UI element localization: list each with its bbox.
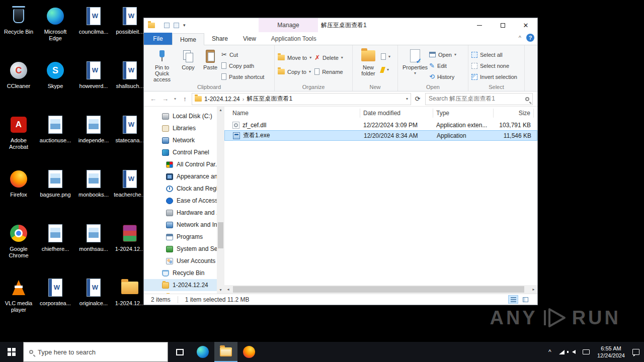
nav-item-user-accounts[interactable]: User Accounts [144,255,224,267]
taskbar-edge-button[interactable] [191,342,214,362]
invert-selection-button[interactable]: Invert selection [471,72,517,81]
edit-button[interactable]: ✎Edit [429,61,456,70]
nav-item-network[interactable]: Network [144,134,224,146]
scroll-left-icon[interactable]: ◂ [224,287,232,292]
title-bar[interactable]: ▾ Manage 解压至桌面查看1 ✕ [144,18,537,32]
desktop-icon-skype[interactable]: Skype [37,59,73,112]
desktop-icon-edge[interactable]: Microsoft Edge [37,5,73,57]
cut-button[interactable]: ✂Cut [221,50,264,59]
history-button[interactable]: ⟲History [429,72,456,81]
breadcrumb-parent[interactable]: 1-2024.12.24 [204,96,240,103]
column-header-name[interactable]: Name [224,109,360,118]
desktop-icon-image[interactable]: bagsure.png [37,168,73,220]
minimize-button[interactable] [468,18,491,32]
large-icons-view-button[interactable] [520,295,530,304]
taskbar-search[interactable]: Type here to search [23,342,168,362]
desktop-icon-firefox[interactable]: Firefox [1,168,37,220]
address-dropdown-chevron-icon[interactable]: ▾ [406,97,408,101]
column-header-date-modified[interactable]: Date modified [360,109,433,118]
tray-network-icon[interactable] [556,342,568,362]
qat-customize-chevron-icon[interactable]: ▾ [183,23,186,28]
new-folder-button[interactable]: New folder [356,48,381,77]
nav-item-folder-partial[interactable] [144,291,224,294]
nav-item-appearance[interactable]: Appearance an... [144,170,224,183]
close-button[interactable]: ✕ [514,18,537,32]
desktop-icon-rar-archive[interactable]: 1-2024.12... [112,222,148,275]
qat-new-folder-icon[interactable] [174,23,179,28]
copy-button[interactable]: Copy [177,48,199,71]
notification-center-icon[interactable] [630,342,642,362]
help-icon[interactable]: ? [526,34,534,42]
select-all-button[interactable]: Select all [471,50,517,59]
forward-button[interactable]: → [160,95,171,103]
desktop-icon-doc[interactable]: councilma... [75,5,112,57]
desktop-icon-acrobat[interactable]: Adobe Acrobat [1,114,37,166]
desktop-icon-image[interactable]: chiefhere... [37,222,73,275]
desktop-icon-doc[interactable]: originalce... [75,277,112,329]
nav-item-ease-of-access[interactable]: Ease of Access [144,195,224,207]
rename-button[interactable]: Rename [314,67,343,76]
tab-share[interactable]: Share [204,33,235,45]
horizontal-scrollbar-thumb[interactable] [233,286,524,293]
taskbar-firefox-button[interactable] [237,342,261,362]
move-to-button[interactable]: Move to▾ [278,53,311,62]
column-header-type[interactable]: Type [433,109,494,118]
up-button[interactable]: ↑ [180,95,190,103]
desktop-icon-doc[interactable]: corporatea... [37,277,73,329]
select-none-button[interactable]: Select none [471,61,517,70]
open-button[interactable]: Open▾ [429,50,456,59]
taskbar-clock[interactable]: 6:55 AM 12/24/2024 [597,345,625,359]
scroll-up-icon[interactable]: ▴ [219,107,221,114]
desktop-icon-vlc[interactable]: VLC media player [1,277,37,329]
properties-button[interactable]: Properties ▾ [401,48,429,77]
copy-path-button[interactable]: Copy path [221,61,264,70]
nav-scrollbar[interactable]: ▴ ▾ [217,107,224,294]
nav-item-hardware[interactable]: Hardware and ... [144,207,224,219]
qat-properties-icon[interactable] [164,23,170,28]
scroll-right-icon[interactable]: ▸ [530,287,537,292]
nav-scrollbar-thumb[interactable] [218,222,223,248]
nav-item-all-control-panel[interactable]: All Control Par... [144,158,224,170]
desktop-icon-image[interactable]: auctionuse... [37,114,73,166]
new-item-button[interactable]: ▾ [381,52,390,61]
refresh-button[interactable]: ⟳ [413,95,423,103]
nav-item-folder[interactable]: 1-2024.12.24 [144,279,224,291]
desktop-icon-doc[interactable]: statecana... [112,114,148,166]
paste-button[interactable]: Paste [199,48,221,71]
task-view-button[interactable] [168,342,191,362]
desktop-icon-doc[interactable]: howeverd... [75,59,112,112]
tab-application-tools[interactable]: Application Tools [264,33,324,45]
search-box[interactable]: Search 解压至桌面查看1 [425,93,533,105]
easy-access-button[interactable]: ▾ [381,65,390,74]
nav-item-system-security[interactable]: System and Se... [144,243,224,255]
nav-item-recycle-bin[interactable]: Recycle Bin [144,267,224,279]
tray-volume-icon[interactable] [568,342,580,362]
file-row-selected[interactable]: 查看1.exe 12/20/2024 8:34 AM Application 1… [224,130,537,141]
start-button[interactable] [0,342,23,362]
copy-to-button[interactable]: Copy to▾ [278,67,311,76]
scroll-down-icon[interactable]: ▾ [219,287,221,294]
file-row[interactable]: zf_cef.dll 12/22/2024 3:09 PM Applicatio… [224,120,537,130]
horizontal-scrollbar[interactable]: ◂ ▸ [224,285,537,294]
nav-item-network-internet[interactable]: Network and In... [144,219,224,231]
desktop-icon-doc[interactable]: teacherche... [112,168,148,220]
taskbar-explorer-button[interactable] [214,342,237,362]
paste-shortcut-button[interactable]: Paste shortcut [221,72,264,81]
tray-keyboard-icon[interactable] [580,342,592,362]
pin-to-quick-access-button[interactable]: Pin to Quick access [147,48,177,83]
tab-file[interactable]: File [144,33,172,45]
desktop-icon-image[interactable]: independe... [75,114,112,166]
desktop-icon-folder[interactable]: 1-2024.12... [112,277,148,329]
desktop-icon-ccleaner[interactable]: CCleaner [1,59,37,112]
collapse-ribbon-chevron-icon[interactable]: ^ [519,35,521,41]
tab-view[interactable]: View [235,33,264,45]
nav-item-control-panel[interactable]: Control Panel [144,146,224,158]
nav-item-programs[interactable]: Programs [144,231,224,243]
column-header-size[interactable]: Size [494,109,534,118]
address-bar[interactable]: 1-2024.12.24 › 解压至桌面查看1 ▾ [192,93,411,105]
desktop-icon-chrome[interactable]: Google Chrome [1,222,37,275]
recent-locations-chevron-icon[interactable]: ▾ [172,97,178,101]
desktop-icon-doc[interactable]: shallsuch... [112,59,148,112]
desktop-icon-recycle-bin[interactable]: Recycle Bin [1,5,37,57]
tray-chevron-icon[interactable]: ^ [544,342,556,362]
